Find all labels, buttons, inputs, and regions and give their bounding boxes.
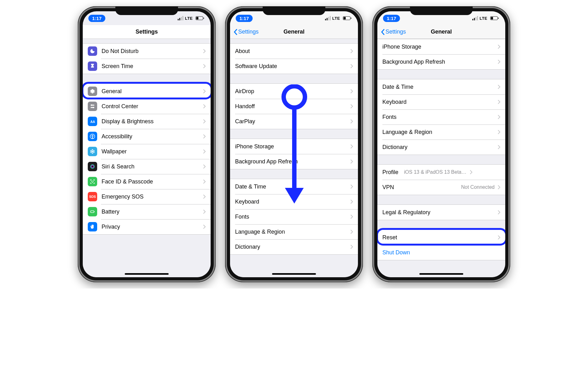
general-list[interactable]: About Software Update AirDrop Handoff Ca… bbox=[230, 39, 358, 277]
row-label: Fonts bbox=[382, 114, 495, 120]
carrier-label: LTE bbox=[185, 16, 193, 21]
row-language-region[interactable]: Language & Region bbox=[230, 224, 358, 239]
battery-icon bbox=[196, 16, 203, 20]
svg-point-12 bbox=[92, 152, 93, 154]
chevron-right-icon bbox=[350, 64, 353, 68]
svg-point-18 bbox=[93, 181, 94, 182]
row-privacy[interactable]: Privacy bbox=[83, 219, 211, 234]
back-label: Settings bbox=[386, 29, 406, 35]
chevron-right-icon bbox=[498, 185, 500, 189]
row-label: Date & Time bbox=[382, 84, 495, 90]
row-keyboard[interactable]: Keyboard bbox=[377, 94, 505, 109]
row-about[interactable]: About bbox=[230, 44, 358, 59]
row-shut-down[interactable]: Shut Down bbox=[377, 245, 505, 260]
row-background-app-refresh[interactable]: Background App Refresh bbox=[377, 54, 505, 69]
row-date-time[interactable]: Date & Time bbox=[230, 179, 358, 194]
chevron-right-icon bbox=[203, 64, 206, 68]
chevron-right-icon bbox=[498, 115, 500, 119]
svg-rect-19 bbox=[91, 211, 94, 213]
chevron-right-icon bbox=[350, 159, 353, 164]
row-label: Background App Refresh bbox=[382, 59, 495, 65]
screen-3: 1:17 LTE Settings General iPhone Storage… bbox=[377, 11, 505, 277]
sos-icon: SOS bbox=[88, 192, 97, 201]
row-carplay[interactable]: CarPlay bbox=[230, 114, 358, 129]
svg-point-7 bbox=[92, 135, 93, 136]
svg-rect-20 bbox=[94, 211, 95, 212]
row-emergency-sos[interactable]: SOS Emergency SOS bbox=[83, 189, 211, 204]
signal-icon bbox=[472, 16, 478, 20]
row-label: Shut Down bbox=[382, 249, 500, 256]
home-indicator[interactable] bbox=[419, 273, 463, 275]
chevron-right-icon bbox=[203, 209, 206, 214]
row-label: Emergency SOS bbox=[102, 194, 200, 200]
row-date-time[interactable]: Date & Time bbox=[377, 79, 505, 94]
row-language-region[interactable]: Language & Region bbox=[377, 125, 505, 140]
row-label: Dictionary bbox=[382, 144, 495, 151]
row-wallpaper[interactable]: Wallpaper bbox=[83, 144, 211, 159]
home-indicator[interactable] bbox=[125, 273, 169, 275]
row-detail: Not Connected bbox=[461, 184, 495, 190]
row-fonts[interactable]: Fonts bbox=[230, 209, 358, 224]
row-label: Keyboard bbox=[235, 199, 347, 205]
signal-icon bbox=[178, 16, 183, 20]
row-fonts[interactable]: Fonts bbox=[377, 109, 505, 125]
svg-point-17 bbox=[92, 181, 92, 182]
face-id-icon bbox=[88, 177, 97, 186]
navbar-general: Settings General bbox=[230, 25, 358, 39]
settings-group-main: General Control Center AA Display & Brig… bbox=[83, 83, 211, 235]
chevron-right-icon bbox=[350, 49, 353, 53]
row-display-brightness[interactable]: AA Display & Brightness bbox=[83, 114, 211, 129]
row-software-update[interactable]: Software Update bbox=[230, 59, 358, 74]
screen-1: 1:17 LTE Settings Do Not Disturb Screen … bbox=[83, 11, 211, 277]
group-storage: iPhone Storage Background App Refresh bbox=[377, 39, 505, 70]
row-handoff[interactable]: Handoff bbox=[230, 99, 358, 114]
home-indicator[interactable] bbox=[272, 273, 316, 275]
status-time: 1:17 bbox=[383, 15, 400, 22]
chevron-right-icon bbox=[203, 194, 206, 199]
group-profile: ProfileiOS 13 & iPadOS 13 Beta Softwar..… bbox=[377, 164, 505, 195]
row-vpn[interactable]: VPNNot Connected bbox=[377, 180, 505, 195]
row-label: Wallpaper bbox=[102, 148, 200, 155]
chevron-right-icon bbox=[203, 179, 206, 184]
row-airdrop[interactable]: AirDrop bbox=[230, 84, 358, 99]
group-about: About Software Update bbox=[230, 43, 358, 74]
row-general[interactable]: General bbox=[83, 84, 211, 99]
row-dictionary[interactable]: Dictionary bbox=[377, 140, 505, 155]
status-right: LTE bbox=[178, 16, 203, 21]
group-localization: Date & Time Keyboard Fonts Language & Re… bbox=[230, 179, 358, 255]
row-do-not-disturb[interactable]: Do Not Disturb bbox=[83, 44, 211, 59]
row-face-id-passcode[interactable]: Face ID & Passcode bbox=[83, 174, 211, 189]
chevron-right-icon bbox=[498, 85, 500, 89]
row-label: Do Not Disturb bbox=[102, 48, 200, 55]
svg-point-13 bbox=[90, 151, 92, 153]
svg-point-3 bbox=[91, 104, 92, 106]
back-button[interactable]: Settings bbox=[233, 29, 259, 35]
row-accessibility[interactable]: Accessibility bbox=[83, 129, 211, 144]
row-control-center[interactable]: Control Center bbox=[83, 99, 211, 114]
status-right: LTE bbox=[325, 16, 350, 21]
screen-2: 1:17 LTE Settings General About Software… bbox=[230, 11, 358, 277]
back-button[interactable]: Settings bbox=[381, 29, 406, 35]
settings-list[interactable]: Do Not Disturb Screen Time General bbox=[83, 39, 211, 277]
row-iphone-storage[interactable]: iPhone Storage bbox=[230, 139, 358, 154]
row-label: VPN bbox=[382, 184, 459, 191]
row-reset[interactable]: Reset bbox=[377, 230, 505, 245]
phone-frame-3: 1:17 LTE Settings General iPhone Storage… bbox=[372, 6, 510, 282]
row-legal-regulatory[interactable]: Legal & Regulatory bbox=[377, 205, 505, 220]
row-dictionary[interactable]: Dictionary bbox=[230, 239, 358, 254]
chevron-left-icon bbox=[233, 29, 238, 35]
row-background-app-refresh[interactable]: Background App Refresh bbox=[230, 154, 358, 169]
row-profile[interactable]: ProfileiOS 13 & iPadOS 13 Beta Softwar..… bbox=[377, 165, 505, 180]
row-label: CarPlay bbox=[235, 118, 347, 125]
carrier-label: LTE bbox=[480, 16, 487, 21]
general-list-bottom[interactable]: iPhone Storage Background App Refresh Da… bbox=[377, 39, 505, 277]
row-screen-time[interactable]: Screen Time bbox=[83, 59, 211, 74]
hand-icon bbox=[88, 222, 97, 231]
row-siri-search[interactable]: Siri & Search bbox=[83, 159, 211, 174]
chevron-right-icon bbox=[203, 134, 206, 139]
row-keyboard[interactable]: Keyboard bbox=[230, 194, 358, 209]
chevron-right-icon bbox=[498, 235, 500, 240]
row-battery[interactable]: Battery bbox=[83, 204, 211, 219]
svg-point-8 bbox=[92, 151, 93, 152]
row-iphone-storage[interactable]: iPhone Storage bbox=[377, 39, 505, 54]
